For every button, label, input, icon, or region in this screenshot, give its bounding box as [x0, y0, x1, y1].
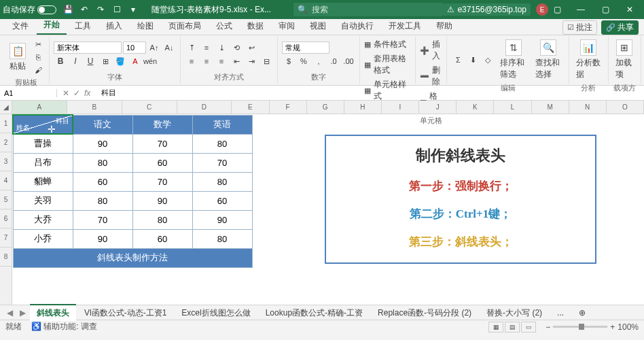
decrease-font-icon[interactable]: A↓ — [162, 41, 176, 54]
clear-icon[interactable]: ◇ — [481, 54, 495, 66]
sheet-tab[interactable]: 斜线表头 — [30, 304, 76, 321]
col-header[interactable]: 语文 — [73, 115, 132, 134]
tab-insert[interactable]: 插入 — [99, 18, 129, 35]
cell-grid[interactable]: 科目 姓名 ✛ 语文 数学 英语 曹操907080 吕布806070 貂蝉607… — [12, 114, 644, 305]
save-icon[interactable]: 💾 — [63, 5, 73, 14]
font-color-icon[interactable]: A — [128, 55, 142, 67]
currency-icon[interactable]: $ — [282, 55, 296, 67]
tab-formulas[interactable]: 公式 — [209, 18, 239, 35]
undo-icon[interactable]: ↶ — [79, 5, 89, 14]
addins-button[interactable]: ⊞加载项 — [613, 38, 637, 82]
sheet-nav-prev-icon[interactable]: ◀ — [4, 308, 16, 318]
page-break-view-icon[interactable]: ▭ — [521, 322, 536, 333]
touch-icon[interactable]: ☐ — [112, 5, 122, 14]
redo-icon[interactable]: ↷ — [96, 5, 105, 14]
search-box[interactable]: 🔍 搜索 — [293, 3, 443, 16]
sort-filter-button[interactable]: ⇅排序和筛选 — [497, 38, 529, 82]
italic-icon[interactable]: I — [69, 55, 82, 67]
tab-file[interactable]: 文件 — [5, 18, 35, 35]
comma-icon[interactable]: , — [312, 55, 325, 67]
sheet-nav-next-icon[interactable]: ▶ — [17, 308, 29, 318]
sheet-tab[interactable]: Replace函数-号码分段 (2) — [371, 305, 478, 321]
diagonal-header-cell[interactable]: 科目 姓名 ✛ — [13, 115, 73, 134]
zoom-control[interactable]: − + 100% — [545, 322, 639, 332]
select-all-corner[interactable]: ◢ — [0, 101, 12, 114]
tab-layout[interactable]: 页面布局 — [162, 18, 208, 35]
maximize-button[interactable]: ▢ — [594, 0, 617, 19]
sheet-tab[interactable]: Lookup函数公式-精确-工资 — [259, 305, 370, 321]
autosum-icon[interactable]: Σ — [451, 54, 465, 66]
increase-decimal-icon[interactable]: .0 — [327, 55, 340, 67]
avatar[interactable]: E — [536, 3, 548, 16]
more-icon[interactable]: ▾ — [128, 5, 138, 14]
tab-data[interactable]: 数据 — [240, 18, 270, 35]
tab-dev[interactable]: 开发工具 — [382, 18, 428, 35]
wrap-text-icon[interactable]: ↩ — [245, 41, 258, 54]
close-button[interactable]: ✕ — [618, 0, 641, 19]
status-accessibility[interactable]: ♿ 辅助功能: 调查 — [31, 321, 97, 333]
paste-button[interactable]: 📋粘贴 — [7, 41, 29, 73]
bold-icon[interactable]: B — [54, 55, 67, 67]
zoom-slider[interactable] — [553, 326, 607, 328]
sheet-tab[interactable]: Vl函数公式-动态-工资1 — [77, 305, 173, 321]
increase-indent-icon[interactable]: ⇥ — [245, 55, 258, 67]
col-header[interactable]: 英语 — [192, 115, 252, 134]
tab-tools[interactable]: 工具 — [68, 18, 98, 35]
enter-formula-icon[interactable]: ✓ — [73, 88, 80, 98]
zoom-out-icon[interactable]: − — [545, 322, 550, 332]
delete-cells-button[interactable]: ➖ 删除 — [420, 64, 443, 88]
copy-icon[interactable]: ⎘ — [31, 51, 45, 63]
number-format-select[interactable]: 常规 — [282, 41, 329, 54]
fx-icon[interactable]: fx — [84, 88, 90, 98]
align-bottom-icon[interactable]: ⤓ — [215, 41, 228, 54]
minimize-button[interactable]: — — [569, 0, 592, 19]
column-headers[interactable]: A B C D E F G H I J K L M N O — [12, 101, 644, 114]
phonetic-icon[interactable]: wén — [143, 55, 157, 67]
formula-input[interactable]: 科目 — [96, 88, 122, 98]
cancel-formula-icon[interactable]: ✕ — [62, 88, 69, 98]
border-icon[interactable]: ⊞ — [99, 55, 112, 67]
tab-view[interactable]: 视图 — [303, 18, 333, 35]
percent-icon[interactable]: % — [297, 55, 310, 67]
align-top-icon[interactable]: ⤒ — [185, 41, 198, 54]
align-center-icon[interactable]: ≡ — [200, 55, 213, 67]
comments-button[interactable]: ☑ 批注 — [562, 20, 597, 35]
cell-styles-button[interactable]: ▦ 单元格样式 — [364, 78, 411, 103]
font-size-select[interactable]: 10 — [123, 41, 146, 54]
new-sheet-button[interactable]: ⊕ — [572, 305, 592, 320]
sheet-tab-more[interactable]: ... — [550, 305, 571, 320]
align-left-icon[interactable]: ≡ — [185, 55, 198, 67]
decrease-indent-icon[interactable]: ⇤ — [230, 55, 243, 67]
underline-icon[interactable]: U — [84, 55, 97, 67]
tab-home[interactable]: 开始 — [37, 16, 67, 35]
tab-auto[interactable]: 自动执行 — [334, 18, 380, 35]
tab-review[interactable]: 审阅 — [272, 18, 302, 35]
switch-off-icon[interactable] — [37, 5, 56, 14]
analyze-data-button[interactable]: 📊分析数据 — [573, 38, 604, 82]
sheet-tab[interactable]: Excel折线图怎么做 — [175, 305, 257, 321]
tab-draw[interactable]: 绘图 — [130, 18, 160, 35]
align-right-icon[interactable]: ≡ — [215, 55, 228, 67]
row-headers[interactable]: ◢ 12 34 56 78 — [0, 101, 12, 305]
zoom-in-icon[interactable]: + — [610, 322, 615, 332]
autosave-toggle[interactable]: 自动保存 — [3, 4, 56, 16]
sheet-tab[interactable]: 替换-大小写 (2) — [480, 305, 549, 321]
conditional-format-button[interactable]: ▦ 条件格式 — [364, 38, 411, 51]
share-button[interactable]: 🔗 共享 — [601, 20, 639, 35]
name-box[interactable]: A1 — [0, 89, 57, 97]
align-middle-icon[interactable]: ≡ — [200, 41, 213, 54]
fill-color-icon[interactable]: 🪣 — [113, 55, 127, 67]
cut-icon[interactable]: ✂ — [31, 38, 45, 50]
account-warning[interactable]: ⚠ e37156@365ip.top — [443, 3, 531, 16]
orientation-icon[interactable]: ⟲ — [230, 41, 243, 54]
normal-view-icon[interactable]: ▦ — [488, 322, 503, 333]
col-header[interactable]: 数学 — [132, 115, 192, 134]
format-painter-icon[interactable]: 🖌 — [31, 64, 45, 76]
insert-cells-button[interactable]: ➕ 插入 — [420, 38, 443, 63]
decrease-decimal-icon[interactable]: .00 — [342, 55, 355, 67]
zoom-level[interactable]: 100% — [618, 322, 639, 332]
find-select-button[interactable]: 🔍查找和选择 — [533, 38, 565, 82]
increase-font-icon[interactable]: A↑ — [147, 41, 161, 54]
page-layout-view-icon[interactable]: ▤ — [505, 322, 520, 333]
font-name-select[interactable]: 新宋体 — [54, 41, 122, 54]
